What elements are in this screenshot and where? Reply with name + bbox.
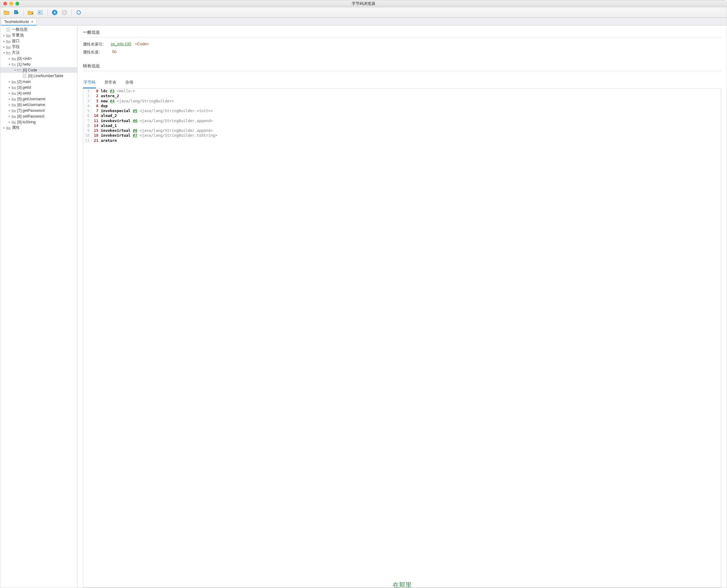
tab-testhelloworld[interactable]: TestHelloWorld × (1, 18, 37, 25)
tree-node[interactable]: ▸属性 (0, 125, 77, 131)
tree-node[interactable]: ▸[7] getPassword (0, 107, 77, 113)
save-out-button[interactable] (37, 8, 44, 16)
chevron-right-icon[interactable]: ▸ (7, 86, 11, 89)
svg-rect-7 (23, 74, 26, 78)
constpool-ref[interactable]: #3 (110, 89, 114, 93)
tree-node-label: [7] getPassword (17, 108, 45, 113)
chevron-right-icon[interactable]: ▸ (7, 114, 11, 118)
folder-icon (6, 51, 10, 55)
tree-node-label: [0] LineNumberTable (28, 74, 63, 78)
tree-node[interactable]: ▸[2] main (0, 79, 77, 84)
bytecode-line: 610aload_2 (83, 113, 721, 118)
body: ▸一般信息▸常量池▸接口▸字段▾方法▸[0] <init>▾[1] hello▾… (0, 25, 727, 588)
tree-node[interactable]: ▸常量池 (0, 33, 77, 38)
chevron-down-icon[interactable]: ▾ (2, 51, 6, 55)
open-folder-button[interactable] (3, 8, 10, 16)
constpool-ref[interactable]: #7 (133, 133, 137, 138)
tabbar: TestHelloWorld × (0, 18, 727, 25)
folder-icon (17, 68, 22, 72)
chevron-right-icon[interactable]: ▸ (7, 57, 11, 60)
chevron-down-icon[interactable]: ▾ (13, 68, 17, 72)
chevron-right-icon[interactable]: ▸ (7, 109, 11, 112)
refresh-button[interactable] (75, 8, 83, 16)
close-tab-icon[interactable]: × (31, 20, 33, 24)
chevron-right-icon[interactable]: ▸ (7, 120, 11, 124)
tree-node[interactable]: ▸[5] getUsername (0, 96, 77, 102)
attr-length-row: 属性长度: 50 (83, 49, 721, 55)
svg-rect-0 (14, 10, 17, 14)
file-icon (6, 28, 10, 32)
constpool-ref[interactable]: #5 (133, 108, 137, 113)
tree-node[interactable]: ▸[9] toString (0, 119, 77, 125)
bytecode-area[interactable]: 10ldc #3 <Hello:>22astore_233new #4 <jav… (83, 89, 721, 588)
folder-icon (11, 108, 16, 113)
constpool-ref[interactable]: #4 (110, 99, 114, 103)
folder-icon (6, 45, 10, 49)
forward-button[interactable] (60, 8, 68, 16)
attr-name-index-link[interactable]: cp_info #35 (111, 42, 131, 47)
constpool-ref[interactable]: #6 (133, 128, 137, 133)
tree-node[interactable]: ▸[6] setUsername (0, 102, 77, 107)
attr-name-index-label: 属性名索引: (83, 42, 107, 47)
tree-node-label: 方法 (12, 50, 20, 55)
folder-icon (11, 80, 16, 84)
chevron-right-icon[interactable]: ▸ (2, 126, 6, 130)
separator (47, 9, 48, 16)
folder-arrow-button[interactable] (27, 8, 35, 16)
tree-node[interactable]: ▸[0] LineNumberTable (0, 73, 77, 79)
bytecode-line: 1018invokevirtual #7 <java/lang/StringBu… (83, 133, 721, 138)
tree-node[interactable]: ▾方法 (0, 50, 77, 56)
attr-length-value: 50 (112, 49, 116, 55)
bytecode-line: 1121areturn (83, 138, 721, 143)
svg-rect-6 (6, 28, 10, 32)
tree-node-label: [1] hello (17, 62, 31, 66)
tree-node[interactable]: ▸[0] <init> (0, 56, 77, 61)
chevron-right-icon[interactable]: ▸ (7, 91, 11, 95)
window-title: 字节码浏览器 (0, 1, 727, 6)
add-class-button[interactable] (13, 8, 20, 16)
tree-node[interactable]: ▸接口 (0, 38, 77, 44)
tree-node-label: 属性 (12, 125, 20, 130)
folder-icon (11, 62, 16, 66)
tree-node[interactable]: ▸[3] getId (0, 84, 77, 90)
titlebar: 字节码浏览器 (0, 0, 727, 7)
bytecode-line: 10ldc #3 <Hello:> (83, 89, 721, 93)
folder-icon (11, 91, 16, 96)
tree-node[interactable]: ▾[0] Code (0, 67, 77, 73)
chevron-right-icon[interactable]: ▸ (2, 34, 6, 37)
tree-node[interactable]: ▸字段 (0, 44, 77, 50)
tree-node-label: [0] <init> (17, 57, 32, 61)
bytecode-line: 814aload_1 (83, 123, 721, 128)
tree-node-label: [8] setPassword (17, 114, 44, 119)
separator (71, 9, 72, 16)
tree-node[interactable]: ▾[1] hello (0, 61, 77, 67)
subtabs: 字节码 异常表 杂项 (83, 78, 721, 89)
tree-node-label: [0] Code (23, 68, 37, 72)
chevron-right-icon[interactable]: ▸ (2, 40, 6, 43)
chevron-down-icon[interactable]: ▾ (7, 63, 11, 66)
subtab-misc[interactable]: 杂项 (125, 78, 134, 88)
subtab-exception-table[interactable]: 异常表 (104, 78, 117, 88)
bytecode-line: 711invokevirtual #6 <java/lang/StringBui… (83, 119, 721, 123)
separator (23, 9, 24, 16)
sidebar-tree[interactable]: ▸一般信息▸常量池▸接口▸字段▾方法▸[0] <init>▾[1] hello▾… (0, 25, 78, 588)
tree-node-label: 常量池 (12, 33, 24, 38)
section-specific-title: 特有信息 (83, 63, 721, 71)
chevron-right-icon[interactable]: ▸ (2, 45, 6, 49)
chevron-right-icon[interactable]: ▸ (7, 97, 11, 101)
tree-node[interactable]: ▸一般信息 (0, 27, 77, 33)
folder-icon (6, 126, 10, 130)
tree-node-label: [9] toString (17, 120, 36, 124)
back-button[interactable] (51, 8, 59, 16)
folder-icon (6, 34, 10, 38)
tree-node-label: 一般信息 (12, 27, 28, 32)
subtab-bytecode[interactable]: 字节码 (83, 78, 96, 88)
chevron-right-icon[interactable]: ▸ (7, 103, 11, 107)
chevron-right-icon[interactable]: ▸ (7, 80, 11, 84)
tree-node[interactable]: ▸[8] setPassword (0, 113, 77, 119)
folder-icon (11, 57, 16, 61)
tree-node[interactable]: ▸[4] setId (0, 90, 77, 96)
tree-node-label: 字段 (12, 44, 20, 49)
folder-icon (11, 103, 16, 107)
constpool-ref[interactable]: #6 (133, 119, 137, 123)
